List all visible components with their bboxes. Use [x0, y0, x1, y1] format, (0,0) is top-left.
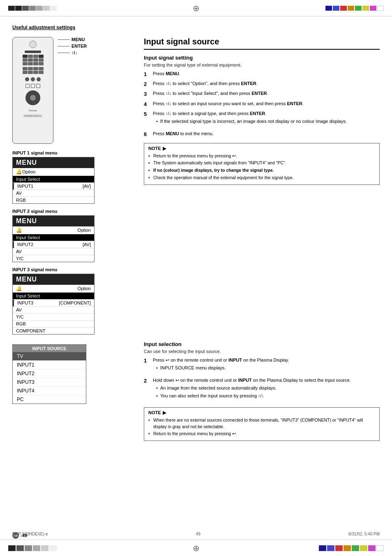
menu-av-item3: AV [13, 307, 94, 314]
remote-btn[interactable] [23, 55, 28, 58]
arrow-label: ↑/↓ [71, 50, 77, 55]
step-6: 6 Press MENU to exit the menu. [144, 131, 380, 138]
sel-step-2: 2 Hold down ↩ on the remote control unit… [144, 377, 380, 402]
remote-btn[interactable] [28, 67, 33, 70]
remote-btn[interactable] [39, 62, 44, 65]
remote-btn[interactable] [28, 55, 33, 58]
remote-btn[interactable] [33, 55, 38, 58]
menu-label: MENU [71, 37, 85, 42]
remote-btn[interactable] [28, 58, 33, 62]
remote-btn[interactable] [33, 71, 38, 74]
option-icon: 🔔 [16, 169, 22, 175]
remote-btn[interactable] [39, 55, 44, 58]
rgb-label: RGB [16, 198, 26, 203]
page-number: -49 [21, 533, 27, 538]
note-signal-box: NOTE ▶ Return to the previous menu by pr… [144, 143, 380, 185]
color-block-green [355, 6, 362, 11]
remote-btn[interactable] [33, 58, 38, 62]
av-label: AV [16, 191, 22, 196]
steps-selection-list: 1 Press ↩ on the remote control unit or … [144, 357, 380, 402]
input1-menu-title: INPUT 1 signal menu [12, 150, 136, 155]
input-select-label3: Input Select [16, 293, 40, 298]
sel-note-bullet-1: When there are no external sources conne… [148, 417, 375, 430]
menu-yc-item3: Y/C [13, 314, 94, 321]
subsection1-desc: For setting the signal type of external … [144, 62, 380, 67]
remote-circle-btn[interactable] [37, 77, 41, 81]
remote-btn[interactable] [23, 62, 28, 65]
remote-small-btn[interactable] [25, 84, 30, 88]
remote-btn[interactable] [33, 67, 38, 70]
color-block-purple [370, 6, 376, 11]
section-title: Useful adjustment settings [12, 25, 380, 30]
bottom-crosshair: ⊕ [193, 543, 200, 553]
bottom-color-block [360, 545, 367, 551]
input1-label: INPUT1 [17, 184, 33, 189]
step5-bullet-1: If the selected signal type is incorrect… [156, 118, 380, 125]
remote-btn[interactable] [23, 67, 28, 70]
note-label: NOTE [148, 146, 161, 151]
input3-menu-header: MENU [13, 274, 94, 285]
bottom-bar-block [49, 545, 57, 551]
top-bar-crosshair: ⊕ [193, 3, 200, 13]
remote-btn[interactable] [23, 58, 28, 62]
remote-btn[interactable] [23, 71, 28, 74]
bottom-color-block [352, 545, 359, 551]
input1-menu-header: MENU [13, 157, 94, 168]
menu-input1-item: INPUT1 [AV] [13, 183, 94, 190]
bottom-bar-block [8, 545, 16, 551]
arrow-line [58, 53, 70, 53]
page-footer: PDP-503HDE/(E)-e 49 8/31/02, 5:40 PM [0, 528, 392, 540]
input-source-tv: TV [13, 352, 86, 361]
remote-small-btn[interactable] [36, 84, 40, 88]
input-source-input4: INPUT4 [13, 387, 86, 395]
sel-step-number-2: 2 [144, 377, 150, 402]
steps-signal-list: 1 Press MENU. 2 Press ↑/↓ to select "Opt… [144, 71, 380, 138]
bottom-color-block [368, 545, 376, 551]
top-bar: ⊕ [0, 0, 392, 16]
remote-nav-wheel[interactable] [25, 90, 40, 105]
menu-option-item2: 🔔 Option [13, 226, 94, 234]
bottom-color-block [335, 545, 343, 551]
input-source-input2: INPUT2 [13, 369, 86, 378]
step-5: 5 Press ↑/↓ to select a signal type, and… [144, 111, 380, 128]
remote-control-image: Pioneer PLASMA DISPLAY [12, 37, 53, 144]
sel-step2-bullets: An image from the selected source automa… [156, 385, 380, 399]
color-block-red [340, 6, 347, 11]
top-bar-right-strips [325, 6, 384, 11]
remote-btn[interactable] [39, 58, 44, 62]
remote-btn[interactable] [39, 67, 44, 70]
color-block-yellow [362, 6, 369, 11]
step-number-3: 3 [144, 90, 150, 98]
input2-value: [AV] [83, 242, 91, 247]
remote-circle-btn[interactable] [25, 77, 29, 81]
remote-btn[interactable] [39, 71, 44, 74]
remote-area: Pioneer PLASMA DISPLAY MENU ENTER [12, 37, 136, 144]
subsection2-title: Input selection [144, 341, 380, 347]
subsection2-desc: Can use for selecting the input source. [144, 349, 380, 354]
step-4: 4 Press ↑/↓ to select an input source yo… [144, 101, 380, 108]
remote-btn[interactable] [28, 62, 33, 65]
page-number-area: GB -49 [12, 532, 27, 539]
remote-label-menu: MENU [58, 37, 87, 42]
input1-menu-box: MENU 🔔 Option Input Select INPUT1 [AV] [12, 157, 95, 204]
menu-av-item2: AV [13, 248, 94, 255]
page-content: Useful adjustment settings [0, 16, 392, 452]
right-column: Input signal source Input signal setting… [144, 37, 380, 335]
note-bullet-4: Check the operation manual of the extern… [148, 175, 375, 181]
remote-btn[interactable] [28, 71, 33, 74]
color-block-orange [348, 6, 354, 11]
pioneer-logo: Pioneer [29, 109, 37, 112]
remote-label-enter: ENTER [58, 44, 87, 48]
input3-menu-box: MENU 🔔 Option Input Select INPUT3 [COMPO… [12, 274, 95, 335]
remote-small-btn[interactable] [31, 84, 35, 88]
bottom-color-block [376, 545, 384, 551]
input-source-box: INPUT SOURCE TV INPUT1 INPUT2 INPUT3 INP… [12, 344, 86, 404]
note-arrow-icon2: ▶ [163, 410, 166, 415]
remote-btn[interactable] [33, 62, 38, 65]
right-title: Input signal source [144, 37, 380, 50]
bar-block-2 [15, 6, 22, 11]
remote-row-1 [25, 50, 41, 54]
input1-value: [AV] [83, 184, 91, 189]
remote-circle-btn[interactable] [31, 77, 35, 81]
bar-block-5 [36, 6, 43, 11]
